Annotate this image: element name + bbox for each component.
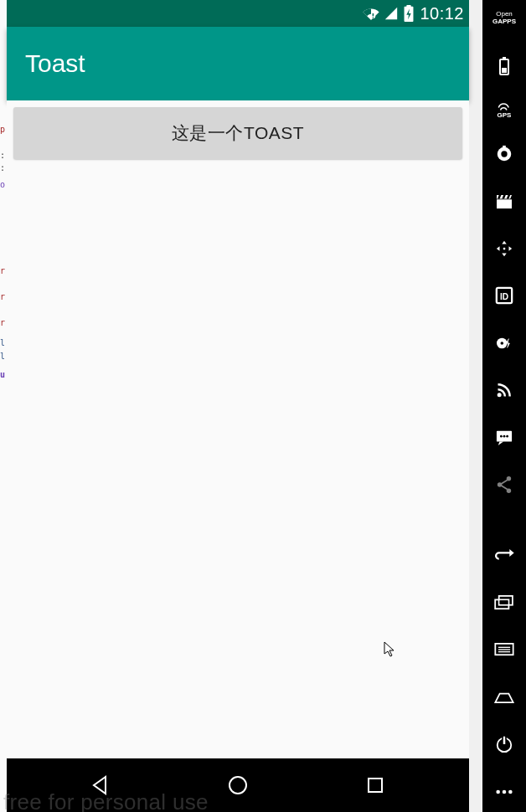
clapperboard-icon[interactable] <box>491 189 518 213</box>
camera-tool-icon[interactable] <box>491 142 518 166</box>
battery-charging-icon <box>403 5 415 22</box>
home-hw-button[interactable] <box>491 686 518 709</box>
svg-point-38 <box>496 789 500 794</box>
content-area: 这是一个TOAST <box>7 100 469 758</box>
android-status-bar: 10:12 <box>7 0 469 27</box>
background-stripe: p : : o r r r l l u <box>0 0 7 812</box>
svg-rect-8 <box>503 57 506 59</box>
sms-tool-icon[interactable] <box>491 426 518 450</box>
multiwindow-button[interactable] <box>491 591 518 614</box>
svg-point-39 <box>503 789 507 794</box>
power-button[interactable] <box>491 732 518 756</box>
svg-rect-4 <box>407 5 411 8</box>
wifi-icon <box>363 7 379 20</box>
svg-point-19 <box>498 393 502 398</box>
open-gapps-button[interactable]: Open GAPPS <box>489 7 519 30</box>
svg-rect-12 <box>503 146 506 148</box>
svg-point-2 <box>373 17 374 18</box>
emulator-side-toolbar: Open GAPPS GPS ID <box>482 0 526 812</box>
emulator-screen: 10:12 Toast 这是一个TOAST <box>7 0 469 812</box>
svg-point-40 <box>508 789 513 794</box>
move-tool-icon[interactable] <box>491 237 518 260</box>
svg-point-22 <box>503 435 506 438</box>
svg-point-21 <box>500 435 503 438</box>
rotate-button[interactable] <box>491 543 518 567</box>
svg-text:ID: ID <box>500 292 508 301</box>
status-time: 10:12 <box>420 4 464 23</box>
svg-rect-29 <box>500 600 508 604</box>
nav-home-button[interactable] <box>221 768 255 802</box>
svg-rect-13 <box>497 199 512 208</box>
battery-tool-icon[interactable] <box>491 54 518 77</box>
svg-point-5 <box>229 777 246 794</box>
nav-recent-button[interactable] <box>358 768 392 802</box>
watermark-text: free for personal use <box>3 789 209 812</box>
more-button[interactable] <box>491 780 518 804</box>
signal-icon <box>384 7 398 20</box>
rss-tool-icon[interactable] <box>491 378 518 402</box>
id-tool-icon[interactable]: ID <box>491 284 518 307</box>
gps-tool-icon[interactable]: GPS <box>491 101 518 119</box>
app-bar: Toast <box>7 27 469 100</box>
svg-point-18 <box>501 342 504 345</box>
svg-point-11 <box>501 151 507 157</box>
svg-point-23 <box>506 435 508 438</box>
share-tool-icon[interactable] <box>491 473 518 496</box>
disk-tool-icon[interactable] <box>491 331 518 355</box>
svg-point-14 <box>503 248 506 250</box>
menu-button[interactable] <box>491 638 518 661</box>
svg-rect-9 <box>502 68 507 73</box>
app-title: Toast <box>25 49 85 78</box>
show-toast-button[interactable]: 这是一个TOAST <box>13 107 462 159</box>
svg-rect-1 <box>373 13 374 16</box>
svg-rect-6 <box>369 779 382 792</box>
